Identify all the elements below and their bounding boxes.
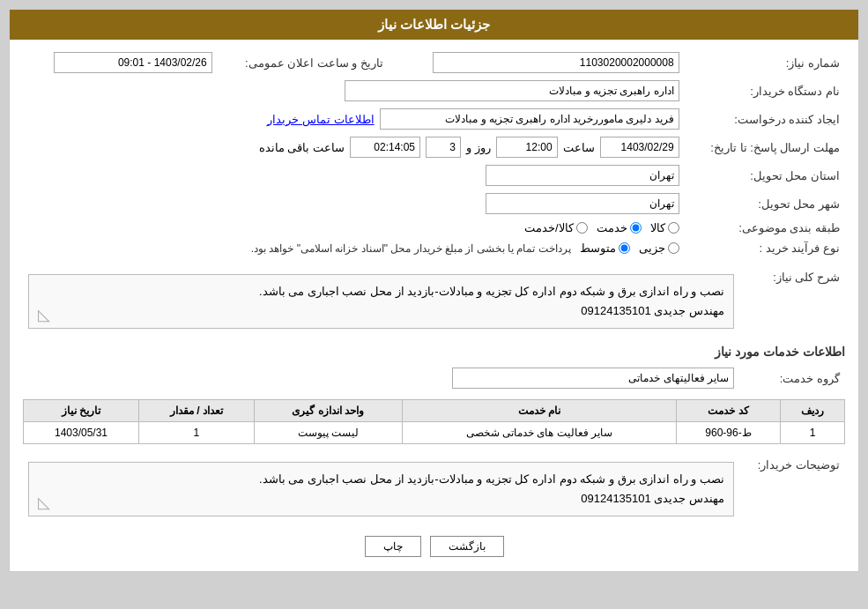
tabaqe-khedmat-option[interactable]: خدمت [597,221,642,234]
print-button[interactable]: چاپ [365,536,421,557]
sharh-text: نصب و راه اندازی برق و شبکه دوم اداره کل… [259,285,724,317]
cell-kod: ط-96-960 [677,422,781,444]
farayand-jozi-radio[interactable] [668,242,679,254]
shahr-label: شهر محل تحویل: [685,189,845,218]
services-table: ردیف کد خدمت نام خدمت واحد اندازه گیری ت… [23,399,845,444]
col-radif: ردیف [780,400,844,422]
contact-info-link[interactable]: اطلاعات تماس خریدار [267,113,374,126]
farayand-motevaset-radio[interactable] [619,242,630,254]
back-button[interactable]: بازگشت [430,536,504,557]
namdastgah-label: نام دستگاه خریدار: [685,77,845,105]
tabaqe-khedmat-label: خدمت [597,221,627,234]
col-kod: کد خدمت [677,400,781,422]
saat-label: ساعت [563,141,595,154]
tabaqe-khedmat-radio[interactable] [630,222,642,234]
sharh-box: نصب و راه اندازی برق و شبکه دوم اداره کل… [28,274,734,329]
cell-vahed: لیست پیوست [254,422,402,444]
resize-handle: ◺ [38,301,50,329]
col-vahed: واحد اندازه گیری [254,400,402,422]
tarikh-input[interactable] [54,52,212,73]
ostan-input[interactable] [486,165,679,186]
tabaqe-kala-label: کالا [650,221,665,234]
services-section-title: اطلاعات خدمات مورد نیاز [23,345,845,359]
mohlat-rooz-input[interactable] [426,137,461,158]
col-tarikh: تاریخ نیاز [24,400,139,422]
cell-name: سایر فعالیت های خدماتی شخصی [402,422,677,444]
rooz-label: روز و [466,141,491,154]
tabaqe-kala-option[interactable]: کالا [650,221,679,234]
toseef-text: نصب و راه اندازی برق و شبکه دوم اداره کل… [259,472,724,505]
tabaqe-kala-khedmat-radio[interactable] [576,222,588,234]
mohlat-date-input[interactable] [600,137,679,158]
cell-tarikh: 1403/05/31 [24,422,139,444]
noe-farayand-label: نوع فرآیند خرید : [685,238,845,258]
farayand-motevaset-label: متوسط [580,241,616,255]
toseef-label: توضیحات خریدار: [739,453,845,525]
toseef-box: نصب و راه اندازی برق و شبکه دوم اداره کل… [28,462,734,516]
tarikh-label: تاریخ و ساعت اعلان عمومی: [218,48,389,77]
purchase-note: پرداخت تمام یا بخشی از مبلغ خریدار محل "… [251,242,571,255]
adadkonande-input[interactable] [380,108,679,130]
sharh-label: شرح کلی نیاز: [739,265,845,338]
shomareNiaz-input[interactable] [433,52,679,73]
tabaqe-kala-khedmat-option[interactable]: کالا/خدمت [524,221,588,234]
farayand-motevaset-option[interactable]: متوسط [580,241,630,255]
tabaqe-kala-radio[interactable] [668,222,679,234]
cell-tedad: 1 [138,422,254,444]
adadkonande-label: ایجاد کننده درخواست: [685,105,845,133]
namdastgah-input[interactable] [345,80,679,101]
tabaqe-kala-khedmat-label: کالا/خدمت [524,221,574,234]
shahr-input[interactable] [486,193,679,214]
farayand-jozi-option[interactable]: جزیی [639,241,679,255]
col-name: نام خدمت [402,400,677,422]
button-row: بازگشت چاپ [23,536,845,557]
page-header: جزئیات اطلاعات نیاز [10,10,858,40]
mohlat-label: مهلت ارسال پاسخ: تا تاریخ: [685,133,845,161]
grohe-khedmat-input[interactable] [452,368,734,389]
shomareNiaz-label: شماره نیاز: [685,48,845,77]
resize-handle2: ◺ [38,489,50,516]
farayand-jozi-label: جزیی [639,241,665,255]
mohlat-time-input[interactable] [496,137,558,158]
tabaqe-label: طبقه بندی موضوعی: [685,218,845,238]
col-tedad: تعداد / مقدار [138,400,254,422]
mande-label: ساعت باقی مانده [259,141,345,154]
cell-radif: 1 [780,422,844,444]
grohe-khedmat-label: گروه خدمت: [739,364,845,392]
table-row: 1 ط-96-960 سایر فعالیت های خدماتی شخصی ل… [24,422,845,444]
mohlat-mande-input[interactable] [350,137,420,158]
ostan-label: استان محل تحویل: [685,161,845,189]
